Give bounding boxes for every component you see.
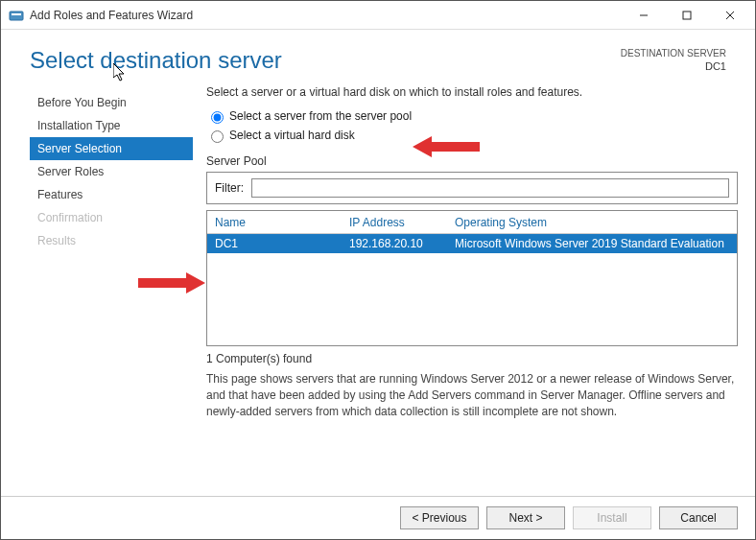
wizard-nav: Before You Begin Installation Type Serve… [30, 85, 193, 496]
svg-rect-1 [12, 13, 21, 15]
maximize-button[interactable] [665, 2, 708, 29]
radio-server-pool-input[interactable] [211, 111, 224, 124]
destination-label: DESTINATION SERVER [621, 47, 726, 59]
computers-found: 1 Computer(s) found [206, 352, 738, 365]
wizard-window: Add Roles and Features Wizard Select des… [0, 0, 756, 540]
instruction-text: Select a server or a virtual hard disk o… [206, 85, 738, 99]
col-name[interactable]: Name [215, 216, 349, 229]
nav-server-selection[interactable]: Server Selection [30, 137, 193, 160]
nav-results: Results [30, 229, 193, 252]
server-pool-label: Server Pool [206, 154, 738, 168]
cell-ip: 192.168.20.10 [349, 237, 455, 250]
window-title: Add Roles and Features Wizard [30, 9, 622, 22]
radio-virtual-disk-input[interactable] [211, 130, 224, 143]
content-panel: Select a server or a virtual hard disk o… [193, 85, 738, 496]
cell-os: Microsoft Windows Server 2019 Standard E… [455, 237, 729, 250]
svg-rect-0 [10, 12, 23, 20]
nav-features[interactable]: Features [30, 183, 193, 206]
table-row[interactable]: DC1 192.168.20.10 Microsoft Windows Serv… [207, 234, 737, 253]
col-ip[interactable]: IP Address [349, 216, 455, 229]
server-table: Name IP Address Operating System DC1 192… [206, 210, 738, 346]
install-button: Install [573, 506, 651, 529]
table-header: Name IP Address Operating System [207, 211, 737, 234]
titlebar: Add Roles and Features Wizard [1, 1, 755, 30]
help-text: This page shows servers that are running… [206, 371, 738, 419]
radio-server-pool-label: Select a server from the server pool [229, 109, 412, 123]
cancel-button[interactable]: Cancel [659, 506, 738, 529]
nav-confirmation: Confirmation [30, 206, 193, 229]
close-button[interactable] [708, 2, 751, 29]
next-button[interactable]: Next > [486, 506, 565, 529]
nav-installation-type[interactable]: Installation Type [30, 114, 193, 137]
svg-rect-3 [683, 12, 691, 19]
cell-name: DC1 [215, 237, 349, 250]
app-icon [9, 8, 24, 23]
page-title: Select destination server [30, 47, 621, 74]
radio-server-pool[interactable]: Select a server from the server pool [206, 108, 738, 124]
radio-virtual-disk[interactable]: Select a virtual hard disk [206, 128, 738, 143]
nav-server-roles[interactable]: Server Roles [30, 160, 193, 183]
filter-input[interactable] [251, 178, 729, 198]
destination-block: DESTINATION SERVER DC1 [621, 47, 726, 73]
col-os[interactable]: Operating System [455, 216, 729, 229]
body: Before You Begin Installation Type Serve… [1, 80, 755, 496]
filter-box: Filter: [206, 172, 738, 204]
footer: < Previous Next > Install Cancel [1, 496, 755, 539]
previous-button[interactable]: < Previous [400, 506, 479, 529]
filter-label: Filter: [215, 181, 244, 195]
nav-before-you-begin[interactable]: Before You Begin [30, 91, 193, 114]
destination-name: DC1 [621, 59, 726, 73]
header: Select destination server DESTINATION SE… [1, 30, 755, 80]
minimize-button[interactable] [622, 2, 665, 29]
radio-virtual-disk-label: Select a virtual hard disk [229, 129, 355, 142]
